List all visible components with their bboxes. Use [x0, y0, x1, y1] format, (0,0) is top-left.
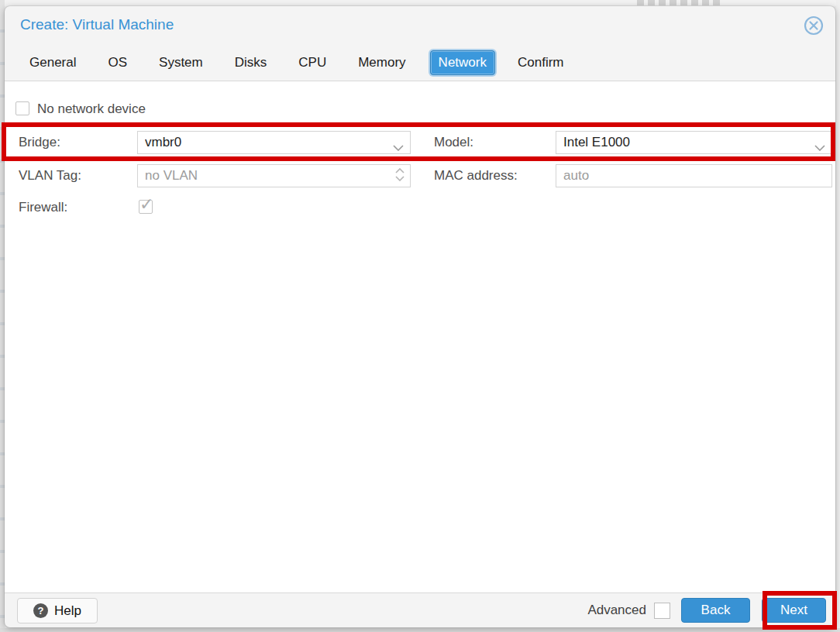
model-combobox[interactable]: [556, 131, 832, 154]
advanced-label: Advanced: [587, 603, 646, 618]
tab-memory[interactable]: Memory: [356, 50, 407, 75]
close-icon[interactable]: [803, 15, 825, 36]
model-label: Model:: [434, 135, 473, 150]
next-button[interactable]: Next: [762, 598, 826, 623]
help-question-icon: ?: [33, 603, 48, 618]
dialog-title: Create: Virtual Machine: [20, 16, 174, 33]
firewall-checkbox[interactable]: ✓: [139, 200, 153, 214]
wizard-tabbar: General OS System Disks CPU Memory Netwo…: [5, 45, 835, 81]
vlan-tag-spinner[interactable]: [137, 164, 411, 187]
no-network-device-label: No network device: [37, 101, 146, 117]
mac-address-input[interactable]: [556, 165, 831, 187]
no-network-device-checkbox[interactable]: [15, 101, 29, 115]
tab-os[interactable]: OS: [106, 50, 129, 75]
footer-actions: Advanced Back Next: [587, 598, 835, 623]
tab-cpu[interactable]: CPU: [297, 50, 328, 75]
vlan-tag-input[interactable]: [138, 165, 410, 187]
firewall-label: Firewall:: [19, 200, 67, 215]
dialog-footer: ? Help Advanced Back Next: [5, 593, 835, 627]
bridge-label: Bridge:: [19, 135, 60, 150]
background-bottom-strip: [0, 628, 840, 632]
mac-address-label: MAC address:: [434, 168, 518, 184]
checkmark-icon: ✓: [139, 194, 153, 215]
tab-confirm[interactable]: Confirm: [516, 50, 566, 75]
background-text-fragment: [637, 0, 722, 5]
advanced-checkbox[interactable]: [654, 603, 670, 619]
background-top-strip: [0, 0, 840, 6]
mac-address-field[interactable]: [556, 164, 832, 187]
create-vm-dialog: Create: Virtual Machine General OS Syste…: [5, 6, 835, 627]
network-tab-panel: No network device Bridge: Model: VLAN Ta…: [5, 81, 835, 593]
tab-disks[interactable]: Disks: [233, 50, 269, 75]
help-button[interactable]: ? Help: [17, 598, 98, 623]
background-right-strip: [836, 0, 840, 632]
tab-general[interactable]: General: [28, 50, 77, 75]
dialog-header: Create: Virtual Machine: [5, 6, 835, 45]
bridge-combobox[interactable]: [137, 131, 411, 154]
model-input[interactable]: [556, 132, 831, 153]
vlan-tag-label: VLAN Tag:: [19, 168, 81, 184]
tab-system[interactable]: System: [157, 50, 205, 75]
help-button-label: Help: [54, 603, 81, 619]
back-button[interactable]: Back: [681, 598, 750, 623]
tab-network[interactable]: Network: [430, 50, 495, 75]
bridge-input[interactable]: [138, 132, 410, 153]
